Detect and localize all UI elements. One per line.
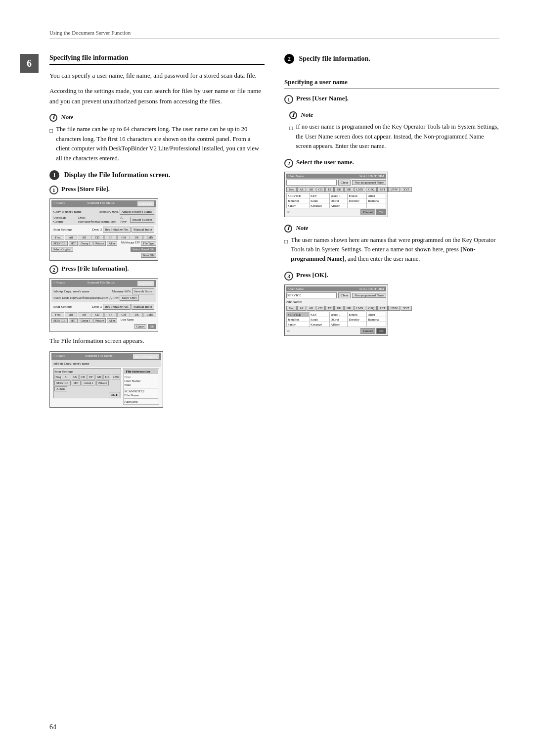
grid-all: All <box>65 235 78 240</box>
uns-cell2-dorui: DOrui <box>329 317 347 322</box>
uns-cell-key: KEY <box>309 193 329 198</box>
grid-lmn: LMN <box>143 235 156 240</box>
screen-status-label: ○ Ready <box>53 201 65 207</box>
grid2-ijk: IJK <box>131 312 143 317</box>
ok-btn-2: OK <box>148 324 156 329</box>
step-2-heading-text: Specify file information. <box>299 55 370 62</box>
store-only-btn: Store Only <box>120 295 139 301</box>
multi-page-lbl: Multi-page EFF <box>121 241 140 246</box>
uns-cell-empty2 <box>367 203 386 208</box>
file-info-header: File Information <box>124 369 158 374</box>
uns-cell-sandy: Sandy <box>287 203 310 208</box>
uns-cell2-key: KEY <box>309 312 329 317</box>
side-badge-number: 6 <box>27 58 32 69</box>
uns-cell2-kenange: Kenange <box>309 322 329 327</box>
grid2-gh: GH <box>117 312 130 317</box>
screen-prev-2: △ Prev <box>109 296 119 300</box>
service-btn-2: SERVICE <box>51 318 68 323</box>
file-info-scannote: SCANNOTE2 <box>124 389 158 393</box>
screen-info-2a: Info-tp Copy: user's name <box>53 289 89 293</box>
screen-right-info-panel: File Information Note User Name: Note SC… <box>123 368 159 405</box>
uns-clear-btn-1: Clear <box>338 180 351 186</box>
manual-btn-2: Manual Input <box>132 304 154 310</box>
screen-file-info-panel: Scan Settings Freq All AB CD EF GH IJK <box>51 367 161 406</box>
screen-memory-info: Memory 90% <box>99 210 119 214</box>
g3-gh: GH <box>95 375 103 379</box>
uns-all-2: All <box>297 306 306 311</box>
note-checkbox-3: □ <box>284 237 288 264</box>
uns-top-row-2: SERVICE Clear Non-programmed Name <box>286 292 386 298</box>
screen-key-grid-2: Freq All AB CD EF GH IJK LMN <box>51 312 156 317</box>
screen-scan-area: Scan Settings Freq All AB CD EF GH IJK <box>53 368 121 398</box>
screen-top-info-3: Info-tp Copy: user's name <box>51 360 161 367</box>
uns-info-labels: File Name: <box>286 300 386 304</box>
sub-step-1-1: 1 Press [Store File]. <box>49 185 265 194</box>
uns-cell2-jennfor: JenniFor <box>287 317 310 322</box>
screen-user-name: User:Cd: George <box>53 216 74 224</box>
grid2-lmn: LMN <box>143 312 156 317</box>
screenshot-store-file: ○ Ready Scanned File Status Store File C… <box>49 198 158 261</box>
g3-ijk: IJK <box>103 375 111 379</box>
screen-scan-settings: Scan Settings Dest: 3 Reg Initalize No. … <box>51 225 156 234</box>
uns-title-1: User Name <box>288 174 304 178</box>
uns-cell2-sarah: Sarah <box>309 317 329 322</box>
uns-nonprog-btn-1: Non-programmed Name <box>352 180 386 185</box>
uns-cell-service: SERVICE <box>287 193 310 198</box>
note-block-2: ℹ Note □ If no user name is programmed o… <box>289 111 499 151</box>
sub-step-2-3-label: Press [OK]. <box>296 271 328 279</box>
g3-cd: CD <box>79 375 87 379</box>
note-title-text-1: Note <box>61 113 73 121</box>
note-item-text-1: The file name can be up to 64 characters… <box>56 125 265 163</box>
uns-gh-2: GH <box>334 306 344 311</box>
uns-labels-row: File Name: <box>286 299 386 305</box>
uns-clock-1: 34 AL UNIT:DIM <box>359 174 384 178</box>
select-shared-file-btn: Select Shared File <box>131 247 156 252</box>
allen-btn: Allen <box>107 241 117 246</box>
uns-header-1: User Name 34 AL UNIT:DIM <box>286 174 386 179</box>
screen-title-3: ○ Ready Scanned File Status File Informa… <box>51 353 161 360</box>
uns-page-num-1: 1/1 <box>286 210 291 214</box>
uns-cell2-errank: Errank <box>348 312 367 317</box>
uns-cell2-dorothy: Dorothy <box>348 317 367 322</box>
screen-row-info: Copy to user's name Memory 90% Attach Se… <box>51 207 156 225</box>
file-info-btn-3: File Information <box>133 354 159 360</box>
screen-scan-settings-2: Scan Settings Dest: 3 Reg Initalize No. … <box>51 302 156 311</box>
private-btn-3: Private <box>96 380 109 385</box>
uns-opq-2: OPQ <box>366 306 377 311</box>
user-name-lbl-side: User Name <box>120 318 134 323</box>
group1-btn-2: Group 1 <box>79 318 92 323</box>
uns-cell-dorui: DOrui <box>329 198 347 203</box>
sub-step-2-2: 2 Select the user name. <box>284 158 499 168</box>
uns-cd-2: CD <box>316 306 325 311</box>
left-section-title: Specifying file information <box>49 54 265 65</box>
divider-1 <box>284 71 499 71</box>
grid-gh: GH <box>117 235 130 240</box>
screen-key-grid-3: Freq All AB CD EF GH IJK LMN <box>54 375 120 379</box>
service-btn: SERVICE <box>51 241 68 246</box>
file-info-filename-label: File Name: <box>124 393 158 397</box>
uns-cell2-empty <box>348 322 367 327</box>
step-1-block: 1 Display the File Information screen. 1… <box>49 170 265 408</box>
uns-cell2-ramona: Ramona <box>367 317 386 322</box>
set-btn-3: SET <box>72 380 81 385</box>
note-block-1: ℹ Note □ The file name can be up to 64 c… <box>49 113 265 163</box>
uns-cell-allison: Allison <box>329 203 347 208</box>
step-2-number: 2 <box>284 54 294 64</box>
note-title-text-3: Note <box>296 224 308 232</box>
uns-cell-allen: Allen <box>367 193 386 198</box>
screen-caption: The File Information screen appears. <box>49 336 265 346</box>
uns-ok-2: OK <box>376 328 386 334</box>
scan-settings-lbl-3: Scan Settings <box>54 370 73 374</box>
note-icon-1: ℹ <box>49 114 57 122</box>
user-name-screen-1: User Name 34 AL UNIT:DIM Clear Non-progr… <box>284 172 388 217</box>
grid-ijk: IJK <box>131 235 143 240</box>
page-header: Using the Document Server Function <box>49 30 499 39</box>
uns-cell-group1: group 1 <box>329 193 347 198</box>
uns-title-2: User Name <box>288 287 304 291</box>
uns-page-num-2: 1/1 <box>286 329 291 333</box>
screen-label-userid: Copy to user's name <box>53 210 82 214</box>
uns-opq: OPQ <box>366 187 377 192</box>
select-original-btn: Select Original <box>51 247 73 252</box>
screenshot-file-info-screen: ○ Ready Scanned File Status File Informa… <box>49 351 163 408</box>
uns-ijk-2: IJK <box>344 306 354 311</box>
